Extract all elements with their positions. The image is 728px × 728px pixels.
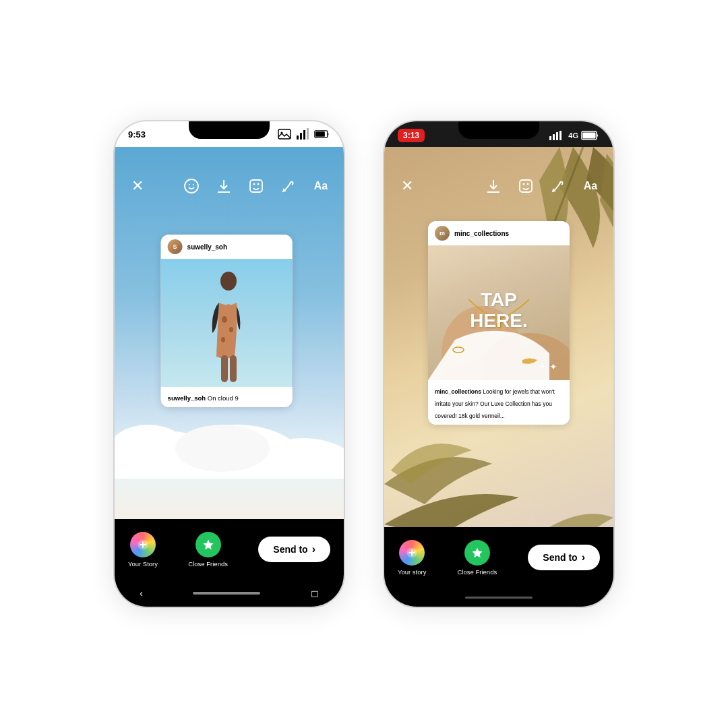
post-image-right: TAP HERE. ✦ ✦ — [428, 245, 570, 380]
back-icon[interactable]: ‹ — [140, 588, 143, 599]
notch-right — [458, 121, 539, 139]
close-button-left[interactable]: ✕ — [127, 175, 148, 197]
svg-point-35 — [527, 183, 529, 185]
your-story-option-left[interactable]: Your Story — [128, 532, 158, 568]
caption-username-right: minc_collections — [435, 388, 481, 395]
close-friends-label-left: Close Friends — [188, 560, 228, 568]
your-story-icon-left — [130, 532, 156, 557]
send-arrow-right: › — [582, 551, 585, 564]
post-image-left — [161, 259, 293, 387]
battery-icon — [314, 126, 330, 142]
your-story-option-right[interactable]: Your story — [398, 540, 426, 576]
post-caption-right: minc_collections Looking for jewels that… — [428, 380, 570, 425]
recent-icon[interactable]: ◻ — [311, 588, 319, 599]
decorative-dots: ✦ ✦ — [539, 361, 557, 372]
svg-point-18 — [257, 183, 260, 185]
svg-point-22 — [221, 337, 225, 342]
close-friends-option-left[interactable]: Close Friends — [188, 532, 228, 568]
notch-left — [189, 121, 270, 139]
post-username-right: minc_collections — [454, 230, 509, 237]
svg-rect-0 — [278, 129, 291, 139]
shared-post-card-left[interactable]: S suwelly_soh — [161, 235, 293, 407]
status-time-left: 9:53 — [128, 129, 146, 140]
svg-point-12 — [175, 425, 270, 472]
post-avatar-right: m — [435, 226, 450, 241]
svg-rect-24 — [230, 355, 237, 382]
star-icon — [202, 539, 214, 551]
status-icons-left — [276, 126, 330, 142]
bottom-bar-right: Your story Close Friends Send to › — [384, 527, 613, 588]
emoji-icon[interactable] — [181, 175, 202, 197]
post-avatar-left: S — [168, 239, 183, 254]
svg-rect-29 — [559, 131, 562, 140]
svg-point-13 — [185, 179, 198, 193]
shared-post-card-right[interactable]: m minc_collections — [428, 221, 570, 425]
send-to-button-left[interactable]: Send to › — [258, 537, 330, 562]
svg-rect-33 — [520, 180, 532, 192]
home-indicator-left — [193, 592, 260, 595]
sticker-icon-right[interactable] — [515, 175, 537, 197]
svg-rect-28 — [556, 132, 558, 140]
close-friends-label-right: Close Friends — [458, 568, 497, 576]
draw-icon-right[interactable] — [547, 175, 569, 197]
your-story-label-right: Your story — [398, 568, 426, 576]
star-icon-right — [471, 547, 483, 559]
draw-icon[interactable] — [278, 175, 299, 197]
story-toolbar-left: ✕ Aa — [115, 169, 344, 204]
svg-point-34 — [523, 183, 525, 185]
text-icon-right[interactable]: Aa — [580, 175, 601, 197]
battery-icon-right — [581, 131, 600, 140]
signal-icon-right — [549, 131, 566, 140]
toolbar-right-icons: Aa — [181, 175, 332, 197]
toolbar-right-icons-right: Aa — [483, 175, 601, 197]
post-header-left: S suwelly_soh — [161, 235, 293, 259]
status-icons-right: 4G — [549, 131, 600, 140]
sticker-icon[interactable] — [245, 175, 267, 197]
svg-rect-16 — [250, 180, 262, 192]
photo-icon — [276, 126, 293, 142]
nav-bar-right — [384, 588, 613, 607]
post-caption-left: suwelly_soh On cloud 9 — [161, 387, 293, 407]
svg-rect-5 — [307, 128, 309, 140]
send-to-button-right[interactable]: Send to › — [528, 545, 600, 570]
plus-icon-right — [406, 547, 418, 559]
svg-point-19 — [220, 272, 237, 291]
nav-bar-left: ‹ ◻ — [115, 580, 344, 607]
home-indicator-right — [465, 597, 533, 599]
post-username-left: suwelly_soh — [187, 243, 227, 251]
tap-here-overlay: TAP HERE. — [470, 290, 528, 332]
svg-rect-27 — [553, 134, 555, 140]
story-background-left: ✕ Aa — [115, 147, 344, 519]
svg-rect-31 — [583, 133, 596, 139]
svg-point-21 — [229, 327, 233, 332]
your-story-label-left: Your Story — [128, 560, 158, 568]
caption-text-left: On cloud 9 — [208, 394, 239, 402]
phone-right: 3:13 4G — [384, 121, 613, 607]
record-timer: 3:13 — [398, 129, 425, 142]
caption-username-left: suwelly_soh — [168, 394, 206, 402]
download-icon[interactable] — [213, 175, 235, 197]
send-arrow-left: › — [312, 543, 315, 555]
plus-icon — [137, 539, 149, 551]
story-toolbar-right: ✕ Aa — [384, 169, 613, 204]
svg-point-20 — [222, 316, 227, 323]
svg-rect-26 — [549, 136, 551, 140]
post-header-right: m minc_collections — [428, 221, 570, 245]
story-background-right: ✕ Aa — [384, 147, 613, 527]
download-icon-right[interactable] — [483, 175, 504, 197]
svg-rect-4 — [303, 130, 305, 140]
svg-rect-2 — [297, 135, 299, 140]
svg-rect-7 — [315, 131, 325, 137]
close-friends-option-right[interactable]: Close Friends — [458, 540, 497, 576]
main-canvas: 9:53 ✕ — [0, 0, 728, 728]
svg-point-17 — [253, 183, 255, 185]
svg-point-14 — [189, 184, 190, 185]
bottom-bar-left: Your Story Close Friends Send to › — [115, 519, 344, 580]
svg-rect-3 — [300, 133, 302, 140]
person-figure — [204, 269, 251, 387]
svg-point-15 — [193, 184, 194, 185]
svg-rect-23 — [221, 355, 228, 382]
close-button-right[interactable]: ✕ — [396, 175, 418, 197]
your-story-icon-right — [399, 540, 425, 566]
text-icon[interactable]: Aa — [310, 175, 332, 197]
